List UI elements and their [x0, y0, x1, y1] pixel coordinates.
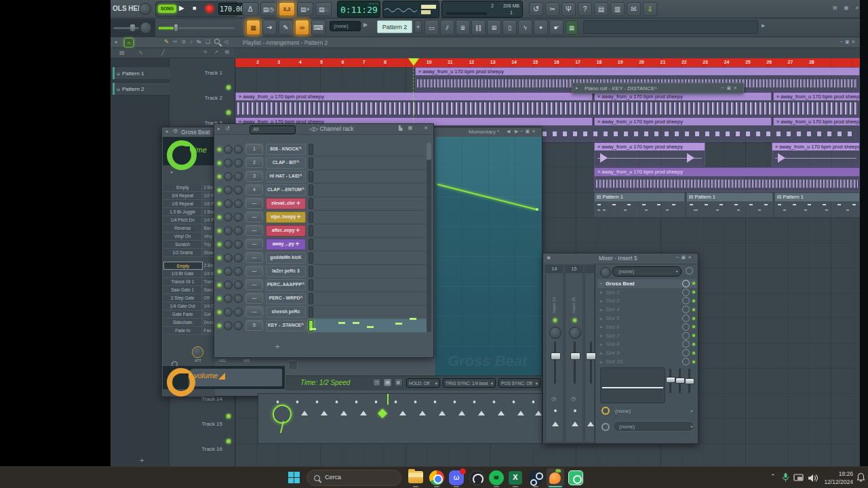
fx-slot-led[interactable]: [692, 282, 695, 285]
channel-button[interactable]: elevat..clvr ✛: [266, 198, 306, 209]
channel-rack-scrollbar[interactable]: [427, 142, 431, 332]
fx-slot-knob[interactable]: [682, 297, 690, 304]
tray-mic-icon[interactable]: [782, 472, 789, 485]
fx-slot-row[interactable]: ▶Slot 5: [597, 314, 696, 323]
channel-button[interactable]: away_..py ✛: [266, 239, 306, 250]
fx-slot-led[interactable]: [692, 300, 695, 302]
mixer-strip-led[interactable]: [553, 319, 557, 322]
channel-pan-knob[interactable]: [224, 159, 233, 167]
fx-slot-row[interactable]: ▶Slot 2: [597, 288, 696, 297]
mixer-fader-track[interactable]: [574, 342, 576, 384]
channel-volume-knob[interactable]: [234, 145, 243, 154]
playback-tool-icon[interactable]: ❏: [205, 39, 210, 47]
fx-eq-fader-2[interactable]: [679, 369, 681, 393]
track-header[interactable]: Track 1: [171, 67, 224, 92]
step-edit-button[interactable]: ▦: [246, 20, 260, 35]
countdown-button[interactable]: 3,2: [279, 2, 295, 16]
mixer-strip-arrow[interactable]: [572, 422, 578, 426]
tray-speaker-icon[interactable]: [808, 473, 818, 485]
channel-enable-led[interactable]: [218, 297, 221, 300]
channel-step-area[interactable]: [313, 197, 427, 211]
touch-controller-button[interactable]: ✦: [534, 20, 548, 35]
gb-preset-row[interactable]: Vinyl OnViny: [163, 232, 215, 241]
loop-record-button[interactable]: ▤+: [297, 2, 313, 16]
fx-top-slot[interactable]: (none): [612, 266, 682, 277]
fx-eq-panel[interactable]: [600, 367, 665, 403]
channel-row[interactable]: — elevat..clvr ✛: [216, 197, 427, 210]
mixer-fader-handle[interactable]: [586, 352, 596, 360]
channel-pan-knob[interactable]: [224, 294, 233, 303]
channel-step-area[interactable]: [313, 183, 427, 197]
fx-slot-row[interactable]: ▶Slot 6: [597, 323, 696, 331]
gross-beat-preset-name[interactable]: Momentary *: [469, 129, 499, 135]
channel-button[interactable]: after..eepy ✛: [266, 225, 306, 237]
slot-selected-marker[interactable]: [378, 409, 387, 418]
send1-clock-icon[interactable]: [601, 407, 610, 415]
channel-button[interactable]: HI HAT - LAID^: [266, 171, 306, 182]
toggle-playlist-button[interactable]: ▭: [425, 20, 439, 35]
gb-preset-row[interactable]: 1/4 Pitch Dn1/4 P: [163, 216, 215, 224]
playlist-breadcrumb[interactable]: Playlist - Arrangement - Pattern 2: [243, 39, 328, 46]
preset-prev-icon[interactable]: ◀: [507, 129, 510, 134]
fx-slot-led[interactable]: [692, 352, 695, 354]
channel-pan-knob[interactable]: [224, 267, 233, 276]
pattern-selector[interactable]: Pattern 2: [377, 20, 412, 33]
taskbar-icon-steam[interactable]: [528, 470, 543, 485]
channel-button[interactable]: laZer peRc 3: [266, 266, 306, 277]
channel-button[interactable]: sheesh peRc: [266, 306, 306, 318]
channel-row[interactable]: 1 808 - KNOCK^: [216, 142, 427, 156]
mixer-strip-dot[interactable]: [574, 409, 576, 412]
playlist-collapse-icon[interactable]: ▸: [115, 39, 118, 45]
audio-clip-body[interactable]: [594, 176, 860, 192]
chat-button[interactable]: ✉: [627, 2, 641, 16]
channel-rack-collapse-icon[interactable]: ▸: [218, 126, 220, 131]
gb-map-expand-icon[interactable]: ▸: [171, 169, 174, 175]
channel-step-area[interactable]: [313, 169, 427, 184]
audio-clip-header[interactable]: » away_from_u 170 bpm prod sheepy: [594, 142, 705, 150]
slot-triangle[interactable]: [399, 411, 406, 415]
master-volume-slider[interactable]: [113, 27, 139, 29]
channel-row[interactable]: — goddaMn kicK: [216, 251, 427, 264]
gross-beat-gear-icon[interactable]: ⚙: [173, 128, 178, 134]
gb-envelope-endpoint[interactable]: [536, 208, 538, 211]
delete-tool-icon[interactable]: ⊘: [181, 39, 186, 47]
channel-mixer-route[interactable]: —: [245, 198, 263, 209]
app-window-controls[interactable]: ▤ ▦ ✕: [833, 5, 862, 11]
hint-knob[interactable]: [139, 3, 151, 15]
gb-preset-row[interactable]: 1/3 Bt Gate1/4 E: [163, 270, 215, 278]
audio-clip-header[interactable]: » away_from_u 170 bpm prod sheepy: [772, 142, 860, 150]
channel-enable-led[interactable]: [218, 216, 221, 219]
channel-rack-filter[interactable]: All: [250, 125, 296, 134]
fx-eq-fader-3[interactable]: [688, 369, 690, 393]
snap-magnet-button[interactable]: ∩: [124, 38, 134, 47]
send1-slot[interactable]: (none): [615, 408, 631, 414]
pattern-add-button[interactable]: +: [414, 20, 422, 33]
mute-tool-icon[interactable]: ♪: [190, 39, 193, 47]
gb-preset-row[interactable]: 1/2 GrainsSlow: [163, 249, 215, 257]
channel-enable-led[interactable]: [218, 310, 221, 314]
channel-step-area[interactable]: [313, 251, 427, 265]
gb-preset-row[interactable]: ScratchTrip: [163, 241, 215, 249]
channel-mixer-route[interactable]: —: [245, 225, 263, 236]
channel-button[interactable]: vipe..heepy ✛: [266, 211, 306, 223]
master-volume-handle[interactable]: [130, 24, 135, 31]
fx-slot-row[interactable]: ▶Gross Beat: [597, 279, 696, 288]
gb-volume-tab[interactable]: volume: [163, 366, 285, 389]
fx-slot-led[interactable]: [692, 308, 695, 311]
gb-snap-button[interactable]: ⊞: [394, 378, 403, 387]
gb-hold-dropdown[interactable]: HOLD: Off ▾: [406, 378, 440, 388]
mixer-window-controls[interactable]: ─▣✕: [676, 255, 694, 260]
channel-button[interactable]: 808 - KNOCK^: [266, 144, 306, 155]
channel-step-area[interactable]: [313, 156, 427, 170]
fx-slot-knob[interactable]: [682, 306, 690, 313]
slot-triangle[interactable]: [419, 411, 426, 415]
stop-button[interactable]: ■: [193, 5, 196, 12]
plugin-button[interactable]: ϟ: [518, 20, 532, 35]
gb-preset-row[interactable]: SidechainDrun: [163, 319, 215, 327]
channel-step-area[interactable]: [313, 278, 427, 292]
gb-preset-row[interactable]: 1/6 Repeat1/8 F: [163, 200, 215, 208]
send2-next-icon[interactable]: ▸: [691, 424, 693, 428]
channel-enable-led[interactable]: [218, 161, 221, 165]
tab-automation-icon[interactable]: ╱: [161, 49, 165, 56]
audio-clip-body[interactable]: [772, 150, 860, 167]
